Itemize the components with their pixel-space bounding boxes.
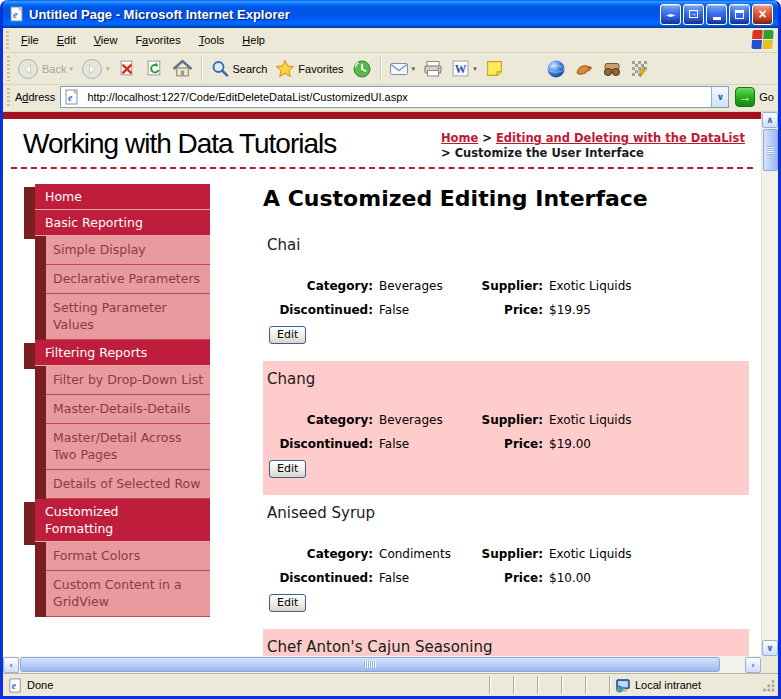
mail-button[interactable]: ▾ [385,58,420,79]
address-dropdown-button[interactable]: ∨ [711,87,728,107]
address-field[interactable]: e http://localhost:1227/Code/EditDeleteD… [60,86,729,108]
search-button[interactable]: Search [206,57,272,81]
price-value: $19.95 [549,303,739,318]
menu-items: FileEditViewFavoritesToolsHelp [12,30,274,50]
edit-button[interactable]: Edit [269,326,306,344]
find-button[interactable] [598,57,626,81]
web-page: Working with Data Tutorials Home > Editi… [3,112,761,656]
pan-left-right-button[interactable]: ◄► [660,4,681,25]
chevron-down-icon: ∨ [717,92,724,102]
toolbar-separator [380,56,381,81]
supplier-label: Supplier: [469,279,543,294]
sidebar-item[interactable]: Setting Parameter Values [24,294,210,340]
sidebar-rail [24,502,35,545]
close-button[interactable]: × [752,4,773,25]
toolbar-grip[interactable] [6,31,9,49]
svg-text:W: W [455,63,467,76]
menu-item[interactable]: View [85,30,127,50]
sidebar-item[interactable]: Customized Formatting [24,499,210,542]
title-bar[interactable]: e Untitled Page - Microsoft Internet Exp… [3,0,778,28]
messenger-button[interactable] [542,57,570,81]
category-label: Category: [269,547,373,562]
edit-button[interactable]: Edit [269,460,306,478]
menu-item-label: Favorites [135,34,180,46]
toolbar-grip[interactable] [7,88,10,106]
breadcrumb-separator: > [441,146,455,160]
sidebar-item[interactable]: Master/Detail Across Two Pages [24,424,210,470]
address-url[interactable]: http://localhost:1227/Code/EditDeleteDat… [87,91,711,103]
product-name: Aniseed Syrup [267,504,739,523]
chevron-right-icon: › [751,660,755,670]
scroll-up-button[interactable]: ∧ [762,112,778,128]
toolbar-grip[interactable] [7,56,10,81]
sidebar-rail [35,542,46,571]
sidebar-rail [35,236,46,265]
scroll-left-button[interactable]: ‹ [3,657,19,673]
product-fields: Category: Condiments Supplier: Exotic Li… [269,547,739,586]
forward-button[interactable]: ▾ [77,56,114,82]
discuss-button[interactable] [481,57,508,80]
sidebar-item[interactable]: Custom Content in a GridView [24,571,210,617]
binoculars-icon [602,59,622,79]
sidebar-item[interactable]: Home [24,184,210,210]
home-button[interactable] [168,57,197,80]
vertical-scrollbar-thumb[interactable] [763,129,778,171]
history-button[interactable] [348,57,376,81]
product-item: Chef Anton's Cajun Seasoning Category: S… [263,629,749,656]
scroll-right-button[interactable]: › [745,657,761,673]
minimize-button[interactable] [706,4,727,25]
sidebar-item[interactable]: Details of Selected Row [24,470,210,499]
search-icon [210,59,230,79]
breadcrumb-link[interactable]: Editing and Deleting with the DataList [496,131,745,145]
menu-item[interactable]: Tools [190,30,234,50]
supplier-value: Exotic Liquids [549,279,739,294]
print-button[interactable] [419,57,447,80]
go-button[interactable]: → Go [735,87,774,107]
sidebar-item[interactable]: Format Colors [24,542,210,571]
product-name: Chai [267,236,739,255]
back-button[interactable]: Back ▾ [13,56,77,82]
horizontal-scrollbar[interactable]: ‹ › [3,656,778,673]
sidebar-item[interactable]: Filtering Reports [24,340,210,366]
menu-item[interactable]: Favorites [126,30,189,50]
sidebar-item[interactable]: Declarative Parameters [24,265,210,294]
sidebar-rail [24,187,35,213]
maximize-button[interactable] [729,4,750,25]
security-zone-pane: Local intranet [609,676,759,694]
stop-button[interactable] [114,57,141,80]
scrollbar-corner [761,656,778,673]
refresh-button[interactable] [141,57,168,80]
breadcrumb-link[interactable]: Home [441,131,478,145]
edit-button[interactable]: Edit [269,594,306,612]
menu-item[interactable]: Edit [48,30,85,50]
edit-with-word-button[interactable]: W ▾ [447,57,481,80]
research-button[interactable] [570,57,598,81]
sidebar-item-label: Master/Detail Across Two Pages [53,430,181,462]
zone-label: Local intranet [635,679,701,691]
discontinued-value: False [379,571,463,586]
vertical-scrollbar[interactable]: ∧ ∨ [761,112,778,656]
sidebar-item[interactable]: Basic Reporting [24,210,210,236]
menu-item[interactable]: Help [233,30,274,50]
discuss-note-icon [485,59,504,78]
sidebar-item[interactable]: Master-Details-Details [24,395,210,424]
menu-item[interactable]: File [12,30,48,50]
go-label: Go [759,91,774,103]
category-label: Category: [269,279,373,294]
ie-page-icon: e [8,678,23,693]
sidebar-item-label: Format Colors [53,548,140,563]
word-caret-icon: ▾ [473,65,477,73]
scroll-down-button[interactable]: ∨ [762,640,778,656]
price-value: $10.00 [549,571,739,586]
sidebar-item[interactable]: Simple Display [24,236,210,265]
horizontal-scrollbar-thumb[interactable] [20,657,720,672]
search-label: Search [233,63,268,75]
address-bar: Address e http://localhost:1227/Code/Edi… [3,85,778,112]
favorites-button[interactable]: Favorites [271,57,347,81]
supplier-value: Exotic Liquids [549,547,739,562]
addon-button[interactable] [626,57,654,81]
resize-grip[interactable] [761,678,776,693]
menu-item-label: View [94,34,118,46]
sidebar-item[interactable]: Filter by Drop-Down List [24,366,210,395]
popout-button[interactable]: → [683,4,704,25]
